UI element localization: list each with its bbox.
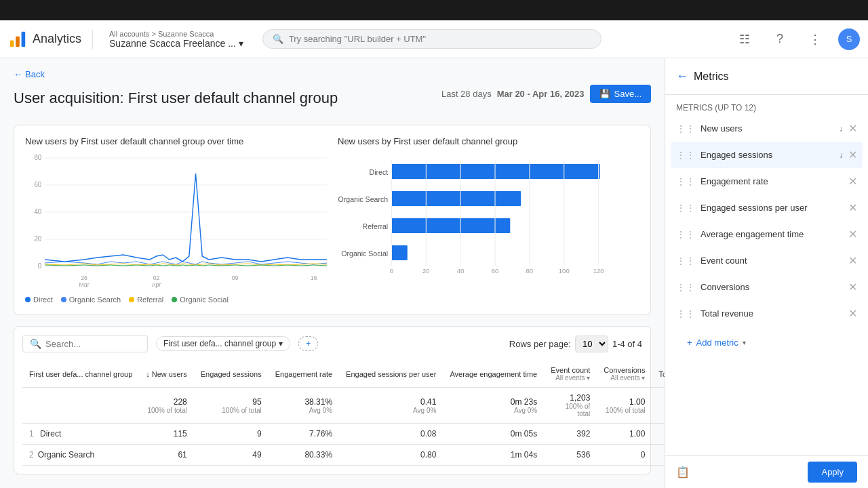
table-row: 2Organic Search 61 49 80.33% 0.80 1m 04s… — [22, 445, 665, 466]
table-section: 🔍 First user defa... channel group ▾ + R… — [14, 326, 651, 474]
analytics-logo-icon — [8, 30, 27, 49]
svg-text:80: 80 — [34, 155, 41, 161]
remove-metric-button[interactable]: ✕ — [848, 175, 857, 188]
back-link[interactable]: ← Back — [14, 69, 651, 79]
remove-metric-button[interactable]: ✕ — [848, 254, 857, 267]
col-total-revenue[interactable]: Total r... — [652, 361, 665, 388]
col-engagement-rate[interactable]: Engagement rate — [269, 361, 339, 388]
svg-text:Mar: Mar — [79, 281, 90, 288]
dimension-filter[interactable]: First user defa... channel group ▾ — [156, 336, 290, 351]
svg-rect-25 — [391, 218, 510, 233]
drag-handle-icon[interactable]: ⋮⋮ — [676, 123, 695, 134]
logo-area: Analytics — [8, 30, 81, 49]
remove-metric-button[interactable]: ✕ — [848, 281, 857, 293]
notes-icon[interactable]: 📋 — [676, 466, 690, 479]
apply-button[interactable]: Apply — [808, 462, 857, 483]
remove-metric-button[interactable]: ✕ — [848, 228, 857, 241]
col-avg-engagement[interactable]: Average engagement time — [443, 361, 544, 388]
col-channel[interactable]: First user defa... channel group — [22, 361, 139, 388]
metric-name: New users — [701, 123, 833, 134]
table-header-row: First user defa... channel group ↓ New u… — [22, 361, 665, 388]
svg-text:60: 60 — [492, 268, 499, 274]
chart-legend: Direct Organic Search Referral Organic S… — [25, 296, 327, 304]
metric-name: Total revenue — [701, 308, 843, 319]
app-header: Analytics All accounts > Suzanne Scacca … — [0, 20, 868, 58]
line-chart-section: New users by First user default channel … — [25, 136, 327, 304]
table-search[interactable]: 🔍 — [22, 335, 148, 352]
save-button[interactable]: 💾 Save... — [590, 85, 651, 103]
metric-name: Engaged sessions per user — [701, 203, 843, 213]
metric-name: Average engagement time — [701, 229, 843, 239]
svg-text:100: 100 — [559, 268, 570, 274]
sort-icon: ↓ — [839, 124, 843, 134]
add-metric-button[interactable]: + Add metric ▾ — [682, 332, 852, 353]
svg-text:20: 20 — [34, 235, 41, 243]
svg-text:80: 80 — [526, 268, 534, 274]
account-navigation: All accounts > Suzanne Scacca Suzanne Sc… — [109, 30, 243, 49]
search-bar[interactable]: 🔍 — [262, 29, 601, 49]
account-breadcrumb: All accounts > Suzanne Scacca — [109, 30, 243, 38]
drag-handle-icon[interactable]: ⋮⋮ — [676, 256, 695, 266]
rows-per-page-select[interactable]: 10 25 50 — [575, 336, 608, 352]
title-bar: User acquisition: First user default cha… — [14, 85, 651, 114]
header-actions: ☷ ? ⋮ S — [732, 27, 860, 52]
remove-metric-button[interactable]: ✕ — [848, 201, 857, 214]
legend-referral: Referral — [129, 296, 163, 304]
bar-chart-title: New users by First user default channel … — [338, 136, 639, 146]
content-area: ← Back User acquisition: First user defa… — [0, 58, 665, 488]
metric-item-new-users: ⋮⋮ New users ↓ ✕ — [671, 115, 863, 142]
search-input[interactable] — [289, 34, 591, 44]
line-chart: 80 60 40 20 0 — [25, 155, 327, 290]
metric-item-avg-engagement-time: ⋮⋮ Average engagement time ✕ — [671, 221, 863, 247]
chevron-down-icon: ▾ — [743, 339, 746, 346]
bar-chart: Direct Organic Search Referral Organic S… — [338, 155, 639, 290]
drag-handle-icon[interactable]: ⋮⋮ — [676, 308, 695, 319]
apps-icon[interactable]: ☷ — [732, 27, 757, 52]
svg-text:20: 20 — [422, 268, 430, 274]
table-controls: 🔍 First user defa... channel group ▾ + R… — [22, 335, 642, 352]
drag-handle-icon[interactable]: ⋮⋮ — [676, 229, 695, 240]
table-search-input[interactable] — [45, 339, 140, 349]
app-name: Analytics — [33, 32, 81, 46]
col-engaged-sessions[interactable]: Engaged sessions — [194, 361, 269, 388]
col-event-count[interactable]: Event count All events ▾ — [544, 361, 597, 388]
bar-chart-section: New users by First user default channel … — [338, 136, 639, 304]
user-avatar[interactable]: S — [838, 28, 860, 50]
back-arrow-icon: ← — [14, 69, 22, 79]
metric-item-sessions-per-user: ⋮⋮ Engaged sessions per user ✕ — [671, 195, 863, 221]
help-icon[interactable]: ? — [768, 27, 792, 52]
metric-name: Engagement rate — [701, 176, 843, 186]
drag-handle-icon[interactable]: ⋮⋮ — [676, 150, 695, 161]
metric-item-event-count: ⋮⋮ Event count ✕ — [671, 247, 863, 274]
svg-rect-24 — [391, 191, 521, 206]
svg-rect-23 — [391, 164, 599, 179]
line-chart-title: New users by First user default channel … — [25, 136, 327, 146]
svg-text:120: 120 — [593, 268, 604, 274]
svg-text:26: 26 — [81, 274, 87, 281]
col-conversions[interactable]: Conversions All events ▾ — [597, 361, 652, 388]
save-icon: 💾 — [599, 89, 610, 99]
rows-per-page-control: Rows per page: 10 25 50 1-4 of 4 — [509, 336, 642, 352]
remove-metric-button[interactable]: ✕ — [848, 307, 857, 320]
add-dimension-button[interactable]: + — [298, 336, 318, 351]
svg-rect-0 — [10, 40, 14, 47]
more-options-icon[interactable]: ⋮ — [803, 27, 827, 52]
main-layout: ← Back User acquisition: First user defa… — [0, 58, 868, 488]
chevron-down-icon: ▾ — [239, 38, 243, 49]
drag-handle-icon[interactable]: ⋮⋮ — [676, 176, 695, 187]
metric-name: Event count — [701, 256, 843, 266]
remove-metric-button[interactable]: ✕ — [848, 122, 857, 135]
account-selector[interactable]: Suzanne Scacca Freelance ... ▾ — [109, 38, 243, 49]
col-new-users[interactable]: ↓ New users — [139, 361, 194, 388]
col-sessions-per-user[interactable]: Engaged sessions per user — [339, 361, 443, 388]
metrics-back-button[interactable]: ← — [676, 69, 688, 83]
svg-text:Direct: Direct — [370, 169, 389, 176]
drag-handle-icon[interactable]: ⋮⋮ — [676, 282, 695, 293]
metrics-panel: ← Metrics METRICS (UP TO 12) ⋮⋮ New user… — [665, 58, 868, 488]
drag-handle-icon[interactable]: ⋮⋮ — [676, 203, 695, 214]
legend-organic-social: Organic Social — [172, 296, 229, 304]
remove-metric-button[interactable]: ✕ — [848, 148, 857, 161]
metric-name: Conversions — [701, 282, 843, 292]
svg-text:60: 60 — [34, 181, 41, 188]
svg-rect-26 — [391, 245, 407, 260]
